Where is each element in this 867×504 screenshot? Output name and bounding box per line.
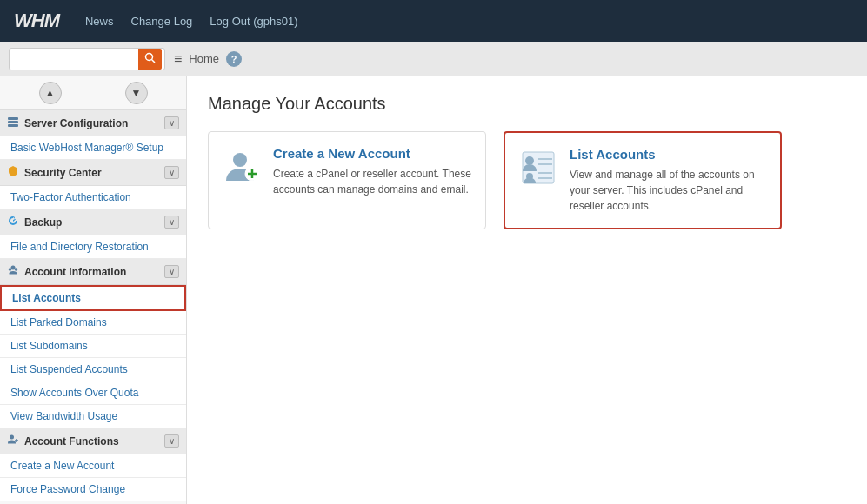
breadcrumb-area: ≡ Home ? bbox=[174, 51, 858, 67]
account-functions-label: Account Functions bbox=[24, 435, 164, 448]
sidebar-item-two-factor[interactable]: Two-Factor Authentication bbox=[0, 186, 186, 209]
sidebar-up-arrow[interactable]: ▲ bbox=[39, 82, 62, 104]
sidebar: ▲ ▼ Server Configuration ∨ Basic WebHost… bbox=[0, 76, 187, 504]
hamburger-icon[interactable]: ≡ bbox=[174, 51, 182, 67]
sidebar-nav-arrows: ▲ ▼ bbox=[0, 76, 186, 110]
sidebar-item-create-account[interactable]: Create a New Account bbox=[0, 454, 186, 478]
nav-logout[interactable]: Log Out (gphs01) bbox=[210, 15, 297, 28]
backup-icon bbox=[7, 215, 19, 229]
breadcrumb: Home bbox=[189, 52, 219, 65]
content-area: Manage Your Accounts Create a New Accoun… bbox=[187, 76, 867, 504]
top-navigation: WHM News Change Log Log Out (gphs01) bbox=[0, 0, 867, 42]
backup-label: Backup bbox=[24, 216, 164, 229]
cards-grid: Create a New Account Create a cPanel or … bbox=[208, 131, 846, 229]
sidebar-item-basic-webhost[interactable]: Basic WebHost Manager® Setup bbox=[0, 136, 186, 160]
create-account-icon bbox=[223, 146, 261, 186]
search-input[interactable] bbox=[10, 49, 138, 69]
security-icon bbox=[7, 165, 19, 180]
create-account-body: Create a New Account Create a cPanel or … bbox=[273, 146, 471, 197]
security-chevron[interactable]: ∨ bbox=[164, 166, 179, 179]
list-accounts-body: List Accounts View and manage all of the… bbox=[570, 147, 766, 214]
server-config-chevron[interactable]: ∨ bbox=[164, 116, 179, 129]
backup-chevron[interactable]: ∨ bbox=[164, 216, 179, 229]
security-center-label: Security Center bbox=[24, 167, 164, 179]
sidebar-item-bandwidth[interactable]: View Bandwidth Usage bbox=[0, 405, 186, 428]
account-functions-icon bbox=[7, 434, 19, 448]
list-accounts-title: List Accounts bbox=[570, 147, 766, 162]
svg-point-8 bbox=[10, 435, 14, 440]
sidebar-item-show-quota[interactable]: Show Accounts Over Quota bbox=[0, 381, 186, 405]
svg-point-0 bbox=[146, 53, 153, 60]
svg-point-7 bbox=[15, 268, 18, 271]
svg-point-11 bbox=[233, 153, 247, 167]
card-create-new-account[interactable]: Create a New Account Create a cPanel or … bbox=[208, 131, 486, 229]
sidebar-item-file-restoration[interactable]: File and Directory Restoration bbox=[0, 235, 186, 259]
nav-news[interactable]: News bbox=[85, 15, 114, 28]
account-info-chevron[interactable]: ∨ bbox=[164, 265, 179, 278]
card-list-accounts[interactable]: List Accounts View and manage all of the… bbox=[504, 131, 782, 229]
sidebar-item-list-accounts[interactable]: List Accounts bbox=[0, 285, 186, 311]
main-layout: ▲ ▼ Server Configuration ∨ Basic WebHost… bbox=[0, 76, 867, 504]
sidebar-item-list-parked[interactable]: List Parked Domains bbox=[0, 311, 186, 335]
sidebar-item-list-suspended[interactable]: List Suspended Accounts bbox=[0, 358, 186, 381]
server-config-icon bbox=[7, 116, 19, 130]
sidebar-section-account-functions[interactable]: Account Functions ∨ bbox=[0, 428, 186, 454]
svg-rect-3 bbox=[8, 121, 18, 123]
nav-changelog[interactable]: Change Log bbox=[131, 15, 193, 28]
whm-logo: WHM bbox=[14, 10, 59, 32]
help-icon[interactable]: ? bbox=[226, 51, 242, 67]
sidebar-item-list-subdomains[interactable]: List Subdomains bbox=[0, 335, 186, 358]
svg-rect-4 bbox=[8, 124, 18, 127]
second-bar: ≡ Home ? bbox=[0, 42, 867, 76]
create-account-desc: Create a cPanel or reseller account. The… bbox=[273, 166, 471, 197]
sidebar-section-account-information[interactable]: Account Information ∨ bbox=[0, 259, 186, 285]
svg-rect-2 bbox=[8, 117, 18, 120]
create-account-title: Create a New Account bbox=[273, 146, 471, 161]
list-accounts-icon bbox=[519, 147, 557, 187]
account-info-icon bbox=[7, 264, 19, 279]
sidebar-section-server-configuration[interactable]: Server Configuration ∨ bbox=[0, 110, 186, 136]
account-information-label: Account Information bbox=[24, 266, 164, 278]
account-functions-chevron[interactable]: ∨ bbox=[164, 434, 179, 448]
search-button[interactable] bbox=[138, 49, 162, 70]
server-configuration-label: Server Configuration bbox=[24, 117, 164, 129]
search-icon bbox=[144, 52, 156, 63]
svg-line-1 bbox=[152, 59, 156, 63]
list-accounts-desc: View and manage all of the accounts on y… bbox=[570, 167, 766, 214]
sidebar-section-backup[interactable]: Backup ∨ bbox=[0, 209, 186, 235]
svg-point-6 bbox=[9, 268, 12, 271]
sidebar-down-arrow[interactable]: ▼ bbox=[125, 82, 148, 104]
sidebar-item-force-password[interactable]: Force Password Change bbox=[0, 478, 186, 501]
svg-point-16 bbox=[525, 156, 534, 165]
sidebar-section-security-center[interactable]: Security Center ∨ bbox=[0, 160, 186, 186]
search-wrapper bbox=[9, 48, 165, 70]
page-title: Manage Your Accounts bbox=[208, 94, 846, 114]
